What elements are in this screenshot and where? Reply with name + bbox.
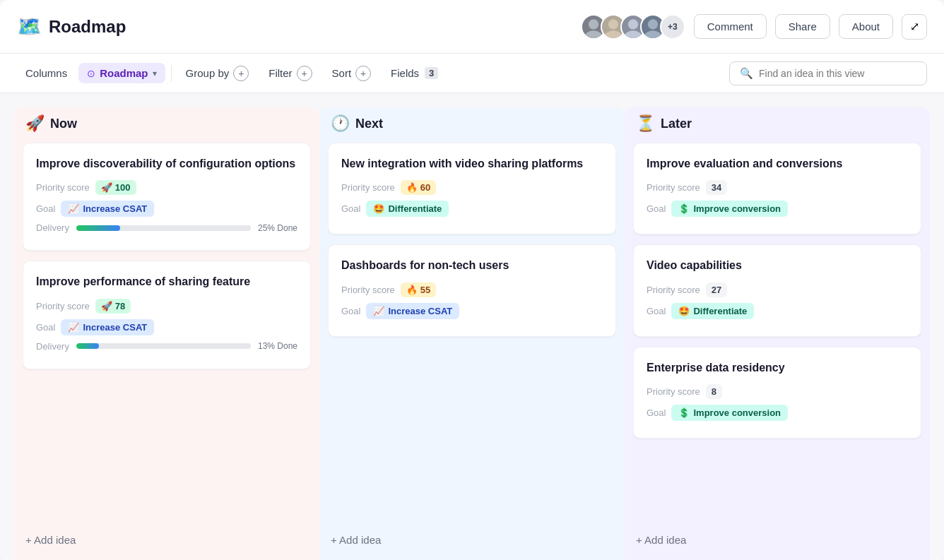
- priority-badge: 8: [706, 384, 722, 399]
- column-next: 🕐Next New integration with video sharing…: [319, 107, 625, 560]
- goal-badge: 💲 Improve conversion: [671, 201, 788, 217]
- add-idea-now[interactable]: + Add idea: [23, 523, 311, 560]
- card[interactable]: Improve evaluation and conversions Prior…: [633, 143, 921, 234]
- search-input[interactable]: [759, 68, 916, 79]
- sort-label: Sort: [332, 67, 352, 79]
- cards-area-later: Improve evaluation and conversions Prior…: [633, 143, 921, 523]
- columns-control[interactable]: Columns: [17, 63, 76, 83]
- fields-control[interactable]: Fields 3: [382, 63, 447, 83]
- goal-field: Goal 💲 Improve conversion: [647, 405, 908, 421]
- card-title: Video capabilities: [647, 258, 908, 273]
- column-header-now: 🚀Now: [23, 107, 311, 143]
- card[interactable]: Enterprise data residency Priority score…: [633, 347, 921, 439]
- comment-button[interactable]: Comment: [694, 14, 767, 39]
- add-idea-next[interactable]: + Add idea: [328, 523, 616, 560]
- goal-field: Goal 🤩 Differentiate: [647, 303, 908, 319]
- column-title-later: Later: [661, 117, 692, 131]
- goal-label: Differentiate: [693, 306, 747, 316]
- header-actions: +3 Comment Share About ⤢: [581, 14, 927, 40]
- delivery-percent: 13% Done: [258, 341, 297, 351]
- svg-point-0: [589, 19, 598, 29]
- svg-point-2: [608, 19, 618, 29]
- card[interactable]: Improve discoverability of configuration…: [23, 143, 311, 251]
- cards-area-now: Improve discoverability of configuration…: [23, 143, 311, 523]
- svg-point-4: [628, 19, 638, 29]
- delivery-field: Delivery 13% Done: [36, 341, 297, 352]
- header: 🗺️ Roadmap +3 Comment Share: [0, 0, 944, 54]
- group-by-add-icon[interactable]: +: [233, 66, 249, 81]
- search-box[interactable]: 🔍: [729, 61, 927, 85]
- column-emoji-next: 🕐: [331, 114, 350, 133]
- expand-button[interactable]: ⤢: [902, 14, 927, 40]
- column-emoji-now: 🚀: [25, 114, 45, 133]
- delivery-bar-track: [76, 225, 251, 231]
- priority-label-text: Priority score: [647, 285, 700, 295]
- search-icon: 🔍: [740, 67, 753, 80]
- goal-label-text: Goal: [647, 203, 666, 214]
- avatar-group: +3: [581, 14, 685, 40]
- filter-label: Filter: [269, 67, 292, 79]
- card[interactable]: Improve performance of sharing feature P…: [23, 261, 311, 369]
- priority-label-text: Priority score: [36, 301, 90, 311]
- add-idea-later[interactable]: + Add idea: [633, 523, 921, 560]
- svg-point-5: [624, 30, 642, 40]
- filter-add-icon[interactable]: +: [297, 66, 312, 81]
- goal-emoji: 📈: [373, 306, 384, 316]
- sort-add-icon[interactable]: +: [355, 66, 371, 81]
- chevron-down-icon: ▾: [153, 68, 157, 78]
- roadmap-label: Roadmap: [100, 67, 148, 79]
- goal-label: Increase CSAT: [83, 203, 147, 214]
- group-by-label: Group by: [186, 67, 230, 79]
- priority-field: Priority score 8: [647, 384, 908, 399]
- goal-badge: 📈 Increase CSAT: [61, 201, 154, 217]
- share-button[interactable]: Share: [775, 14, 830, 39]
- goal-label: Differentiate: [388, 203, 442, 214]
- goal-badge: 📈 Increase CSAT: [61, 319, 154, 335]
- goal-label: Increase CSAT: [388, 306, 452, 316]
- column-later: ⏳Later Improve evaluation and conversion…: [625, 107, 930, 560]
- priority-badge: 🚀 78: [95, 299, 131, 314]
- priority-emoji: 🚀: [101, 182, 112, 193]
- priority-field: Priority score 🚀 100: [36, 180, 297, 195]
- priority-field: Priority score 🚀 78: [36, 299, 297, 314]
- toolbar-divider: [171, 65, 172, 82]
- goal-label: Increase CSAT: [83, 322, 147, 333]
- about-button[interactable]: About: [839, 14, 893, 39]
- group-by-control[interactable]: Group by +: [177, 61, 258, 85]
- goal-label-text: Goal: [36, 203, 55, 214]
- priority-label-text: Priority score: [36, 182, 90, 193]
- priority-emoji: 🚀: [101, 301, 112, 311]
- page-title: Roadmap: [49, 17, 126, 37]
- priority-emoji: 🔥: [406, 182, 418, 193]
- goal-emoji: 📈: [68, 322, 79, 333]
- roadmap-icon: 🗺️: [17, 15, 42, 38]
- delivery-percent: 25% Done: [258, 223, 297, 233]
- priority-field: Priority score 27: [647, 282, 908, 297]
- card[interactable]: Dashboards for non-tech users Priority s…: [328, 244, 616, 336]
- goal-badge: 💲 Improve conversion: [671, 405, 788, 421]
- card-title: Enterprise data residency: [647, 360, 908, 376]
- goal-emoji: 💲: [678, 407, 690, 418]
- roadmap-dropdown[interactable]: ⊙ Roadmap ▾: [78, 63, 165, 83]
- delivery-field: Delivery 25% Done: [36, 222, 297, 233]
- column-header-later: ⏳Later: [633, 107, 921, 143]
- board: 🚀Now Improve discoverability of configur…: [0, 93, 944, 560]
- delivery-bar-track: [76, 343, 251, 349]
- card[interactable]: Video capabilities Priority score 27 Goa…: [633, 244, 921, 336]
- svg-point-1: [584, 30, 602, 40]
- columns-label: Columns: [25, 67, 67, 79]
- card-title: Improve evaluation and conversions: [647, 156, 908, 172]
- svg-point-3: [604, 30, 622, 40]
- fields-count-badge: 3: [425, 67, 438, 79]
- card[interactable]: New integration with video sharing platf…: [328, 143, 616, 234]
- svg-point-7: [644, 30, 661, 40]
- avatar-extra[interactable]: +3: [660, 14, 685, 40]
- goal-label-text: Goal: [36, 322, 55, 333]
- column-title-next: Next: [355, 117, 383, 131]
- delivery-bar-fill: [76, 343, 99, 349]
- sort-control[interactable]: Sort +: [324, 61, 380, 85]
- column-header-next: 🕐Next: [328, 107, 616, 143]
- card-title: Dashboards for non-tech users: [341, 258, 603, 273]
- filter-control[interactable]: Filter +: [260, 61, 320, 85]
- card-title: Improve performance of sharing feature: [36, 274, 297, 290]
